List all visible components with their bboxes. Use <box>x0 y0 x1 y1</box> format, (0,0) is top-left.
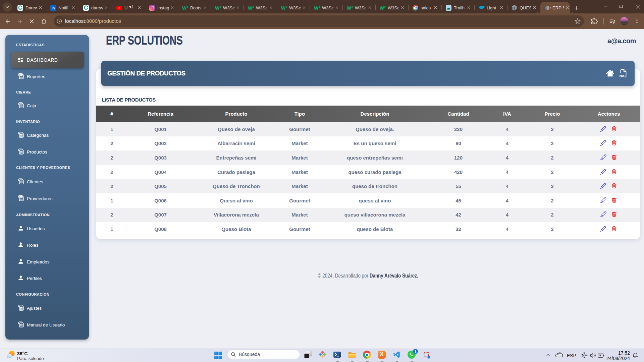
svg-text:PDF: PDF <box>620 75 625 77</box>
svg-text:W: W <box>215 5 220 11</box>
svg-text:3: 3 <box>187 5 189 8</box>
svg-text:3: 3 <box>384 5 386 8</box>
svg-text:W: W <box>248 5 253 11</box>
svg-text:W: W <box>380 5 384 11</box>
svg-text:3: 3 <box>220 5 221 8</box>
svg-text:W: W <box>347 5 352 11</box>
svg-text:3: 3 <box>253 5 254 8</box>
svg-text:W: W <box>314 5 319 11</box>
svg-text:3: 3 <box>352 5 353 8</box>
svg-text:in: in <box>52 6 55 10</box>
svg-text:3: 3 <box>286 5 287 8</box>
svg-text:W: W <box>182 5 187 11</box>
svg-text:W: W <box>281 5 286 11</box>
svg-text:3: 3 <box>319 5 320 8</box>
